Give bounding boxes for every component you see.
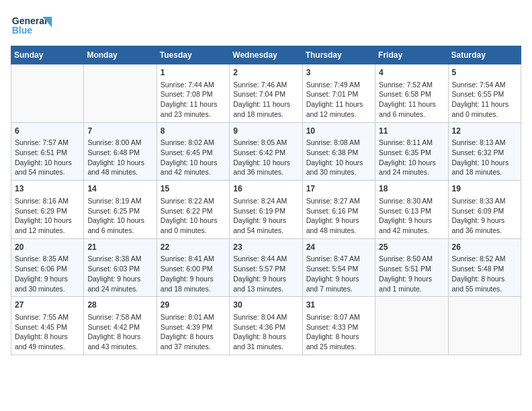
day-info: Sunrise: 8:24 AM Sunset: 6:19 PM Dayligh… <box>233 196 298 236</box>
calendar-cell: 4Sunrise: 7:52 AM Sunset: 6:58 PM Daylig… <box>375 64 448 123</box>
calendar-cell: 8Sunrise: 8:02 AM Sunset: 6:45 PM Daylig… <box>157 122 229 181</box>
day-number: 21 <box>87 242 152 253</box>
calendar-cell: 29Sunrise: 8:01 AM Sunset: 4:39 PM Dayli… <box>157 297 229 355</box>
calendar-cell <box>375 297 448 355</box>
day-info: Sunrise: 7:44 AM Sunset: 7:08 PM Dayligh… <box>161 80 226 120</box>
day-number: 30 <box>233 300 298 311</box>
day-number: 15 <box>161 183 226 195</box>
day-info: Sunrise: 7:52 AM Sunset: 6:58 PM Dayligh… <box>379 80 444 120</box>
day-number: 20 <box>15 242 80 253</box>
week-row-5: 27Sunrise: 7:55 AM Sunset: 4:45 PM Dayli… <box>11 297 521 355</box>
day-number: 11 <box>379 126 444 137</box>
day-info: Sunrise: 7:55 AM Sunset: 4:45 PM Dayligh… <box>15 312 80 352</box>
day-number: 4 <box>379 67 444 79</box>
calendar-cell: 9Sunrise: 8:05 AM Sunset: 6:42 PM Daylig… <box>230 122 302 181</box>
day-number: 8 <box>161 126 226 137</box>
day-number: 17 <box>306 183 371 195</box>
day-number: 10 <box>306 126 371 137</box>
calendar-cell: 10Sunrise: 8:08 AM Sunset: 6:38 PM Dayli… <box>302 122 375 181</box>
day-number: 25 <box>379 242 444 253</box>
day-number: 28 <box>87 300 152 311</box>
calendar-cell: 17Sunrise: 8:27 AM Sunset: 6:16 PM Dayli… <box>302 181 375 239</box>
day-info: Sunrise: 8:07 AM Sunset: 4:33 PM Dayligh… <box>306 312 371 352</box>
column-header-thursday: Thursday <box>302 46 375 64</box>
column-header-friday: Friday <box>375 46 448 64</box>
calendar-cell: 11Sunrise: 8:11 AM Sunset: 6:35 PM Dayli… <box>375 122 448 181</box>
day-number: 1 <box>161 67 226 79</box>
day-info: Sunrise: 7:57 AM Sunset: 6:51 PM Dayligh… <box>15 138 80 177</box>
day-info: Sunrise: 8:47 AM Sunset: 5:54 PM Dayligh… <box>306 254 371 293</box>
day-number: 26 <box>452 242 517 253</box>
calendar-cell: 1Sunrise: 7:44 AM Sunset: 7:08 PM Daylig… <box>157 64 229 123</box>
calendar-cell: 2Sunrise: 7:46 AM Sunset: 7:04 PM Daylig… <box>230 64 302 123</box>
logo: General Blue <box>11 11 58 40</box>
day-info: Sunrise: 8:27 AM Sunset: 6:16 PM Dayligh… <box>306 196 371 236</box>
calendar-cell: 26Sunrise: 8:52 AM Sunset: 5:48 PM Dayli… <box>448 238 521 297</box>
day-number: 14 <box>87 183 152 195</box>
day-number: 18 <box>379 183 444 195</box>
day-number: 9 <box>233 126 298 137</box>
day-info: Sunrise: 8:22 AM Sunset: 6:22 PM Dayligh… <box>161 196 226 236</box>
calendar-cell <box>11 64 84 123</box>
day-info: Sunrise: 8:52 AM Sunset: 5:48 PM Dayligh… <box>452 254 517 293</box>
day-number: 5 <box>452 67 517 79</box>
calendar-cell: 3Sunrise: 7:49 AM Sunset: 7:01 PM Daylig… <box>302 64 375 123</box>
calendar-cell: 15Sunrise: 8:22 AM Sunset: 6:22 PM Dayli… <box>157 181 229 239</box>
column-header-monday: Monday <box>84 46 157 64</box>
day-info: Sunrise: 7:58 AM Sunset: 4:42 PM Dayligh… <box>87 312 152 352</box>
day-info: Sunrise: 8:05 AM Sunset: 6:42 PM Dayligh… <box>233 138 298 177</box>
calendar-cell: 7Sunrise: 8:00 AM Sunset: 6:48 PM Daylig… <box>84 122 157 181</box>
day-number: 19 <box>452 183 517 195</box>
day-number: 23 <box>233 242 298 253</box>
day-info: Sunrise: 8:00 AM Sunset: 6:48 PM Dayligh… <box>87 138 152 177</box>
day-number: 12 <box>452 126 517 137</box>
day-number: 29 <box>161 300 226 311</box>
calendar-body: 1Sunrise: 7:44 AM Sunset: 7:08 PM Daylig… <box>11 64 521 355</box>
day-info: Sunrise: 8:01 AM Sunset: 4:39 PM Dayligh… <box>161 312 226 352</box>
week-row-3: 13Sunrise: 8:16 AM Sunset: 6:29 PM Dayli… <box>11 181 521 239</box>
calendar-cell: 16Sunrise: 8:24 AM Sunset: 6:19 PM Dayli… <box>230 181 302 239</box>
calendar-cell <box>448 297 521 355</box>
day-info: Sunrise: 8:16 AM Sunset: 6:29 PM Dayligh… <box>15 196 80 236</box>
day-number: 22 <box>161 242 226 253</box>
column-header-sunday: Sunday <box>11 46 84 64</box>
calendar-cell: 5Sunrise: 7:54 AM Sunset: 6:55 PM Daylig… <box>448 64 521 123</box>
day-number: 6 <box>15 126 80 137</box>
column-header-tuesday: Tuesday <box>157 46 229 64</box>
calendar-cell: 24Sunrise: 8:47 AM Sunset: 5:54 PM Dayli… <box>302 238 375 297</box>
day-info: Sunrise: 8:19 AM Sunset: 6:25 PM Dayligh… <box>87 196 152 236</box>
day-info: Sunrise: 7:49 AM Sunset: 7:01 PM Dayligh… <box>306 80 371 120</box>
week-row-1: 1Sunrise: 7:44 AM Sunset: 7:08 PM Daylig… <box>11 64 521 123</box>
week-row-2: 6Sunrise: 7:57 AM Sunset: 6:51 PM Daylig… <box>11 122 521 181</box>
calendar-cell: 28Sunrise: 7:58 AM Sunset: 4:42 PM Dayli… <box>84 297 157 355</box>
day-info: Sunrise: 8:11 AM Sunset: 6:35 PM Dayligh… <box>379 138 444 177</box>
day-number: 13 <box>15 183 80 195</box>
calendar-cell <box>84 64 157 123</box>
calendar-cell: 12Sunrise: 8:13 AM Sunset: 6:32 PM Dayli… <box>448 122 521 181</box>
calendar-cell: 21Sunrise: 8:38 AM Sunset: 6:03 PM Dayli… <box>84 238 157 297</box>
day-number: 3 <box>306 67 371 79</box>
calendar-cell: 27Sunrise: 7:55 AM Sunset: 4:45 PM Dayli… <box>11 297 84 355</box>
calendar-header-row: SundayMondayTuesdayWednesdayThursdayFrid… <box>11 46 521 64</box>
calendar-cell: 25Sunrise: 8:50 AM Sunset: 5:51 PM Dayli… <box>375 238 448 297</box>
day-info: Sunrise: 7:46 AM Sunset: 7:04 PM Dayligh… <box>233 80 298 120</box>
logo-svg: General Blue <box>11 11 58 38</box>
day-number: 7 <box>87 126 152 137</box>
week-row-4: 20Sunrise: 8:35 AM Sunset: 6:06 PM Dayli… <box>11 238 521 297</box>
page-header: General Blue <box>11 11 521 40</box>
column-header-wednesday: Wednesday <box>230 46 302 64</box>
calendar-cell: 6Sunrise: 7:57 AM Sunset: 6:51 PM Daylig… <box>11 122 84 181</box>
day-info: Sunrise: 8:08 AM Sunset: 6:38 PM Dayligh… <box>306 138 371 177</box>
day-number: 2 <box>233 67 298 79</box>
calendar-cell: 20Sunrise: 8:35 AM Sunset: 6:06 PM Dayli… <box>11 238 84 297</box>
calendar-cell: 14Sunrise: 8:19 AM Sunset: 6:25 PM Dayli… <box>84 181 157 239</box>
day-info: Sunrise: 8:04 AM Sunset: 4:36 PM Dayligh… <box>233 312 298 352</box>
day-info: Sunrise: 8:13 AM Sunset: 6:32 PM Dayligh… <box>452 138 517 177</box>
day-info: Sunrise: 8:38 AM Sunset: 6:03 PM Dayligh… <box>87 254 152 293</box>
day-info: Sunrise: 8:35 AM Sunset: 6:06 PM Dayligh… <box>15 254 80 293</box>
day-info: Sunrise: 8:50 AM Sunset: 5:51 PM Dayligh… <box>379 254 444 293</box>
calendar-cell: 22Sunrise: 8:41 AM Sunset: 6:00 PM Dayli… <box>157 238 229 297</box>
calendar-table: SundayMondayTuesdayWednesdayThursdayFrid… <box>11 46 521 355</box>
day-number: 16 <box>233 183 298 195</box>
calendar-cell: 19Sunrise: 8:33 AM Sunset: 6:09 PM Dayli… <box>448 181 521 239</box>
